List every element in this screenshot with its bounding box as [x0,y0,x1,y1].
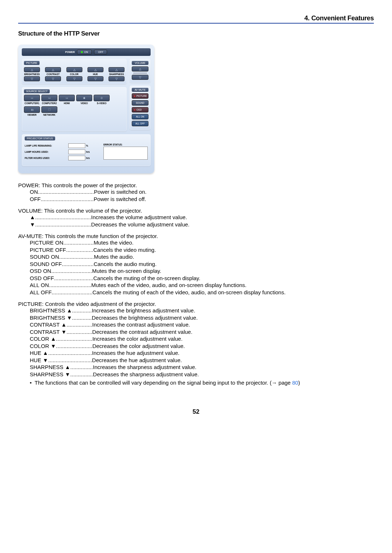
source-s-video-button[interactable]: ◎ [94,95,110,101]
definition-row: OFF...................................Po… [30,196,374,203]
chapter-header: 4. Convenient Features [18,15,374,24]
mute-all-on-button[interactable]: ALL ON [132,114,148,119]
power-bar: POWER ON OFF [22,48,151,56]
mute-sound-button[interactable]: SOUND [132,100,148,106]
pic-down-button[interactable]: ▽ [66,76,82,81]
source-label: S-VIDEO [94,102,110,105]
mute-all-off-button[interactable]: ALL OFF [132,121,148,126]
led-red-icon [134,95,135,97]
section-title: Structure of the HTTP Server [18,30,374,37]
picture-note: •The functions that can be controlled wi… [30,379,374,386]
picture-panel: PICTURE △BRIGHTNESS▽△CONTRAST▽△COLOR▽△HU… [22,59,127,84]
definition-row: HUE ▲ .............................Incre… [30,349,374,357]
pic-up-button[interactable]: △ [87,67,103,72]
definition-row: OSD OFF ..........................Cancel… [30,275,374,282]
definition-row: ALL OFF...........................Cancel… [30,289,374,296]
source-icon: ◎ [101,97,103,99]
source-video-button[interactable]: ◉ [76,95,92,101]
source-icon: ▭ [48,97,51,99]
source-label: VIEWER [24,114,40,116]
http-server-screenshot: POWER ON OFF PICTURE △BRIGHTNESS▽△CONTRA… [18,45,154,173]
definition-row: PICTURE OFF ..................Cancels th… [30,246,374,254]
led-red-icon [134,109,135,111]
definition-row: SHARPNESS ▼ ...............Decreases the… [30,371,374,378]
definition-row: BRIGHTNESS ▼ .............Decreases the … [30,314,374,321]
lamp-hours-label: LAMP HOURS USED: [25,151,68,153]
source-icon: ▭ [31,97,33,99]
volume-up-button[interactable]: △ [132,66,148,71]
pic-down-button[interactable]: ▽ [45,76,61,81]
definition-row: ▼ .....................................D… [30,221,374,228]
avmute-desc-head: AV-MUTE: This controls the mute function… [18,233,374,239]
definition-row: COLOR ▲ ........................Increase… [30,335,374,343]
pic-up-button[interactable]: △ [66,67,82,72]
pic-label: SHARPNESS [109,73,124,75]
source-icon: ⬚ [48,108,51,111]
definition-row: HUE ▼ .............................Decre… [30,357,374,364]
power-label: POWER [65,51,75,53]
error-status-value [103,147,148,160]
definition-row: ▲ .....................................I… [30,214,374,221]
status-panel: PROJECTOR STATUS LAMP LIFE REMAINING:% L… [22,134,151,166]
definition-row: PICTURE ON ....................Mutes the… [30,239,374,246]
status-panel-title: PROJECTOR STATUS [25,136,55,140]
source-hdmi-button[interactable]: ▭ [59,95,75,101]
source-panel: SOURCE SELECT ▭COMPUTER1▭COMPUTER2▭HDMI◉… [22,87,127,131]
definition-row: ALL ON ............................Mutes… [30,282,374,289]
pic-down-button[interactable]: ▽ [24,76,40,81]
power-on-button[interactable]: ON [77,50,92,54]
pic-down-button[interactable]: ▽ [109,76,124,81]
filter-hours-value [68,156,85,160]
lamp-life-label: LAMP LIFE REMAINING: [25,144,68,147]
definition-row: SHARPNESS ▲ ...............Increases the… [30,364,374,371]
picture-panel-title: PICTURE [24,61,40,65]
source-icon: ◉ [83,97,85,99]
filter-hours-label: FILTER HOURS USED: [25,157,68,159]
source-viewer-button[interactable]: 🗀 [24,106,40,113]
led-green-icon [81,51,83,53]
pic-label: CONTRAST [45,73,61,75]
source-icon: 🗀 [31,108,33,111]
source-label: NETWORK [41,114,57,116]
source-network-button[interactable]: ⬚ [41,106,57,113]
definition-row: SOUND ON.......................Mutes the… [30,253,374,261]
pic-up-button[interactable]: △ [24,67,40,72]
avmute-panel: AV MUTE PICTURE SOUND OSD ALL ON ALL OFF [130,86,151,130]
volume-panel: VOLUME △ ▽ [130,59,151,83]
source-icon: ▭ [66,97,68,99]
source-label: COMPUTER2 [41,102,57,105]
source-computer2-button[interactable]: ▭ [41,95,57,101]
page-number: 52 [18,408,374,415]
power-desc-head: POWER: This controls the power of the pr… [18,182,374,188]
volume-desc-head: VOLUME: This controls the volume of the … [18,208,374,214]
pic-up-button[interactable]: △ [109,67,124,72]
volume-down-button[interactable]: ▽ [132,75,148,80]
mute-picture-button[interactable]: PICTURE [132,93,148,99]
power-off-button[interactable]: OFF [94,50,107,54]
pic-label: HUE [87,73,103,75]
definition-row: OSD ON ...........................Mutes … [30,267,374,275]
definition-row: BRIGHTNESS ▲ .............Increases the … [30,307,374,314]
pic-label: BRIGHTNESS [24,73,40,75]
pic-label: COLOR [66,73,82,75]
pic-down-button[interactable]: ▽ [87,76,103,81]
definition-row: COLOR ▼ ........................Decrease… [30,343,374,350]
lamp-life-value [68,143,85,148]
definition-row: CONTRAST ▲ .................Increases th… [30,321,374,328]
definition-row: CONTRAST ▼ .................Decreases th… [30,328,374,336]
source-label: VIDEO [76,102,92,105]
avmute-panel-title: AV MUTE [132,88,148,92]
page-link[interactable]: 80 [292,380,298,386]
error-status-label: ERROR STATUS: [103,143,122,146]
source-computer1-button[interactable]: ▭ [24,95,40,101]
source-label: COMPUTER1 [24,102,40,105]
lamp-hours-value [68,149,85,154]
pic-up-button[interactable]: △ [45,67,61,72]
picture-desc-head: PICTURE: Controls the video adjustment o… [18,301,374,307]
descriptions: POWER: This controls the power of the pr… [18,182,374,386]
source-label: HDMI [59,102,75,105]
source-panel-title: SOURCE SELECT [24,89,50,93]
definition-row: SOUND OFF .....................Cancels t… [30,261,374,268]
definition-row: ON.....................................P… [30,188,374,196]
mute-osd-button[interactable]: OSD [132,107,148,112]
